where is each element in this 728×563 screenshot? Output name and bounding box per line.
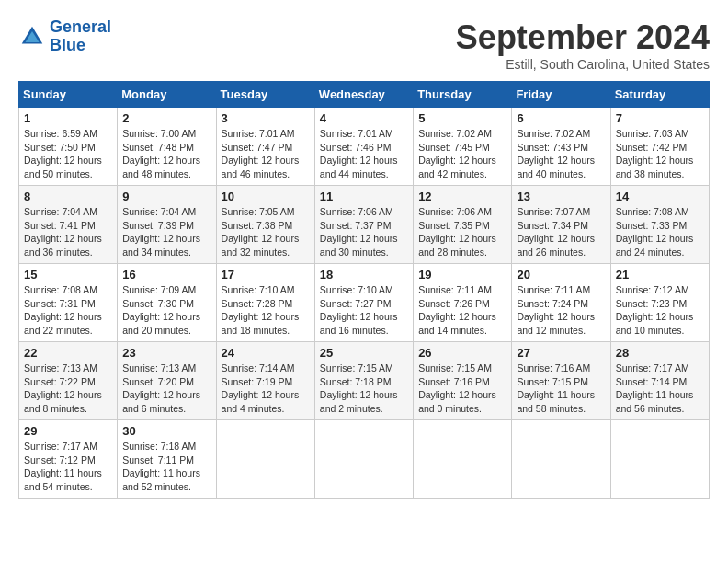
week-row: 8 Sunrise: 7:04 AMSunset: 7:41 PMDayligh… <box>19 186 710 264</box>
logo: General Blue <box>18 18 111 55</box>
col-monday: Monday <box>118 82 216 108</box>
day-number: 26 <box>418 346 506 360</box>
table-cell: 25 Sunrise: 7:15 AMSunset: 7:18 PMDaylig… <box>314 342 413 420</box>
day-number: 13 <box>517 190 605 203</box>
day-number: 28 <box>616 346 704 360</box>
day-number: 2 <box>122 111 210 125</box>
col-sunday: Sunday <box>19 82 118 108</box>
col-tuesday: Tuesday <box>216 82 314 108</box>
day-info: Sunrise: 7:14 AMSunset: 7:19 PMDaylight:… <box>222 362 300 414</box>
day-number: 17 <box>222 268 310 282</box>
day-number: 4 <box>320 111 408 125</box>
day-number: 25 <box>320 346 408 360</box>
location-subtitle: Estill, South Carolina, United States <box>456 57 710 72</box>
day-info: Sunrise: 7:11 AMSunset: 7:26 PMDaylight:… <box>418 284 496 336</box>
day-info: Sunrise: 7:04 AMSunset: 7:41 PMDaylight:… <box>24 206 102 258</box>
table-cell: 13 Sunrise: 7:07 AMSunset: 7:34 PMDaylig… <box>512 186 610 264</box>
table-cell: 22 Sunrise: 7:13 AMSunset: 7:22 PMDaylig… <box>19 342 118 420</box>
day-number: 8 <box>24 190 112 203</box>
logo-text: General Blue <box>50 18 111 55</box>
day-info: Sunrise: 7:07 AMSunset: 7:34 PMDaylight:… <box>517 206 595 258</box>
day-info: Sunrise: 7:09 AMSunset: 7:30 PMDaylight:… <box>122 284 200 336</box>
day-info: Sunrise: 7:17 AMSunset: 7:12 PMDaylight:… <box>24 441 102 492</box>
day-number: 22 <box>24 346 112 360</box>
col-wednesday: Wednesday <box>314 82 413 108</box>
table-cell: 19 Sunrise: 7:11 AMSunset: 7:26 PMDaylig… <box>414 264 512 342</box>
week-row: 1 Sunrise: 6:59 AMSunset: 7:50 PMDayligh… <box>19 108 710 186</box>
day-number: 1 <box>24 111 112 125</box>
table-cell: 17 Sunrise: 7:10 AMSunset: 7:28 PMDaylig… <box>216 264 314 342</box>
day-number: 10 <box>222 190 310 203</box>
day-number: 18 <box>320 268 408 282</box>
table-cell: 30 Sunrise: 7:18 AMSunset: 7:11 PMDaylig… <box>118 420 216 499</box>
week-row: 22 Sunrise: 7:13 AMSunset: 7:22 PMDaylig… <box>19 342 710 420</box>
day-info: Sunrise: 7:13 AMSunset: 7:20 PMDaylight:… <box>122 362 200 414</box>
table-cell: 12 Sunrise: 7:06 AMSunset: 7:35 PMDaylig… <box>414 186 512 264</box>
day-number: 6 <box>517 111 605 125</box>
day-number: 11 <box>320 190 408 203</box>
calendar-table: Sunday Monday Tuesday Wednesday Thursday… <box>18 81 710 499</box>
day-number: 9 <box>122 190 210 203</box>
table-cell: 5 Sunrise: 7:02 AMSunset: 7:45 PMDayligh… <box>414 108 512 186</box>
day-info: Sunrise: 7:00 AMSunset: 7:48 PMDaylight:… <box>122 128 200 179</box>
table-cell: 20 Sunrise: 7:11 AMSunset: 7:24 PMDaylig… <box>512 264 610 342</box>
day-info: Sunrise: 7:15 AMSunset: 7:18 PMDaylight:… <box>320 362 398 414</box>
table-cell <box>314 420 413 499</box>
day-info: Sunrise: 6:59 AMSunset: 7:50 PMDaylight:… <box>24 128 102 179</box>
day-number: 5 <box>418 111 506 125</box>
week-row: 15 Sunrise: 7:08 AMSunset: 7:31 PMDaylig… <box>19 264 710 342</box>
day-info: Sunrise: 7:01 AMSunset: 7:47 PMDaylight:… <box>222 128 300 179</box>
table-cell: 26 Sunrise: 7:15 AMSunset: 7:16 PMDaylig… <box>414 342 512 420</box>
logo-blue: Blue <box>50 36 85 54</box>
table-cell: 11 Sunrise: 7:06 AMSunset: 7:37 PMDaylig… <box>314 186 413 264</box>
table-cell: 9 Sunrise: 7:04 AMSunset: 7:39 PMDayligh… <box>118 186 216 264</box>
table-cell: 6 Sunrise: 7:02 AMSunset: 7:43 PMDayligh… <box>512 108 610 186</box>
col-saturday: Saturday <box>610 82 709 108</box>
day-info: Sunrise: 7:08 AMSunset: 7:33 PMDaylight:… <box>616 206 694 258</box>
header: General Blue September 2024 Estill, Sout… <box>18 18 710 72</box>
table-cell: 3 Sunrise: 7:01 AMSunset: 7:47 PMDayligh… <box>216 108 314 186</box>
day-number: 12 <box>418 190 506 203</box>
table-cell: 7 Sunrise: 7:03 AMSunset: 7:42 PMDayligh… <box>610 108 709 186</box>
logo-icon <box>18 23 46 51</box>
table-cell: 29 Sunrise: 7:17 AMSunset: 7:12 PMDaylig… <box>19 420 118 499</box>
table-cell <box>414 420 512 499</box>
table-cell: 4 Sunrise: 7:01 AMSunset: 7:46 PMDayligh… <box>314 108 413 186</box>
page-container: General Blue September 2024 Estill, Sout… <box>18 18 710 499</box>
day-info: Sunrise: 7:03 AMSunset: 7:42 PMDaylight:… <box>616 128 694 179</box>
day-info: Sunrise: 7:04 AMSunset: 7:39 PMDaylight:… <box>122 206 200 258</box>
day-info: Sunrise: 7:05 AMSunset: 7:38 PMDaylight:… <box>222 206 300 258</box>
day-info: Sunrise: 7:18 AMSunset: 7:11 PMDaylight:… <box>122 441 200 492</box>
day-number: 3 <box>222 111 310 125</box>
day-info: Sunrise: 7:02 AMSunset: 7:45 PMDaylight:… <box>418 128 496 179</box>
table-cell: 1 Sunrise: 6:59 AMSunset: 7:50 PMDayligh… <box>19 108 118 186</box>
table-cell: 18 Sunrise: 7:10 AMSunset: 7:27 PMDaylig… <box>314 264 413 342</box>
day-info: Sunrise: 7:10 AMSunset: 7:28 PMDaylight:… <box>222 284 300 336</box>
day-info: Sunrise: 7:01 AMSunset: 7:46 PMDaylight:… <box>320 128 398 179</box>
day-number: 23 <box>122 346 210 360</box>
day-number: 29 <box>24 424 112 438</box>
table-cell: 23 Sunrise: 7:13 AMSunset: 7:20 PMDaylig… <box>118 342 216 420</box>
logo-general: General <box>50 17 111 36</box>
day-number: 30 <box>122 424 210 438</box>
month-title: September 2024 <box>456 18 710 57</box>
day-number: 14 <box>616 190 704 203</box>
table-cell <box>216 420 314 499</box>
day-number: 27 <box>517 346 605 360</box>
week-row: 29 Sunrise: 7:17 AMSunset: 7:12 PMDaylig… <box>19 420 710 499</box>
title-section: September 2024 Estill, South Carolina, U… <box>456 18 710 72</box>
day-info: Sunrise: 7:16 AMSunset: 7:15 PMDaylight:… <box>517 362 595 414</box>
day-info: Sunrise: 7:11 AMSunset: 7:24 PMDaylight:… <box>517 284 595 336</box>
day-number: 19 <box>418 268 506 282</box>
table-cell: 14 Sunrise: 7:08 AMSunset: 7:33 PMDaylig… <box>610 186 709 264</box>
table-cell <box>610 420 709 499</box>
col-friday: Friday <box>512 82 610 108</box>
table-cell <box>512 420 610 499</box>
table-cell: 28 Sunrise: 7:17 AMSunset: 7:14 PMDaylig… <box>610 342 709 420</box>
day-info: Sunrise: 7:10 AMSunset: 7:27 PMDaylight:… <box>320 284 398 336</box>
col-thursday: Thursday <box>414 82 512 108</box>
header-row: Sunday Monday Tuesday Wednesday Thursday… <box>19 82 710 108</box>
day-info: Sunrise: 7:15 AMSunset: 7:16 PMDaylight:… <box>418 362 496 414</box>
day-info: Sunrise: 7:08 AMSunset: 7:31 PMDaylight:… <box>24 284 102 336</box>
day-number: 15 <box>24 268 112 282</box>
